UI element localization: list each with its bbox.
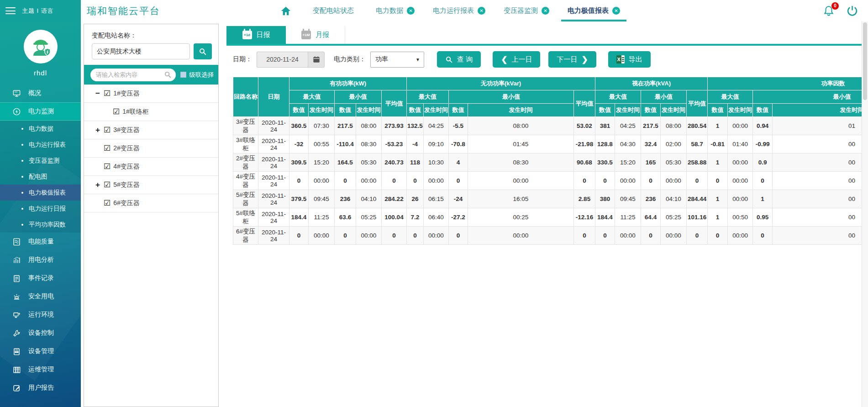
- table-cell: 2#变压器: [233, 153, 258, 172]
- sidebar-item-label: 设备管理: [28, 347, 54, 355]
- collapse-icon[interactable]: −: [95, 89, 104, 98]
- logout-power-icon[interactable]: [847, 5, 858, 16]
- nav-tab-1[interactable]: 电力数据✕: [367, 0, 424, 21]
- header-cell: 回路名称: [233, 77, 258, 117]
- tree-node-1[interactable]: ☑1#联络柜: [84, 103, 218, 121]
- tree-node-label: 6#变压器: [113, 199, 140, 207]
- sidebar-subitem-5[interactable]: 电力运行日报: [0, 201, 81, 217]
- tree-node-3[interactable]: ☑2#变压器: [84, 139, 218, 158]
- search-icon: [164, 71, 172, 79]
- device-tree: −☑1#变压器☑1#联络柜+☑3#变压器☑2#变压器☑4#变压器+☑5#变压器☑…: [84, 85, 218, 212]
- table-cell: 1: [708, 117, 728, 135]
- table-cell: 01:45: [468, 135, 574, 153]
- nav-tab-3[interactable]: 变压器监测✕: [494, 0, 558, 21]
- sidebar-item-1[interactable]: 电力监测: [0, 102, 81, 121]
- sidebar-item-9[interactable]: 运维管理: [0, 360, 81, 379]
- table-cell: 90.68: [574, 153, 595, 172]
- avatar: [24, 30, 58, 63]
- hamburger-menu-icon[interactable]: [5, 7, 16, 14]
- tree-node-0[interactable]: −☑1#变压器: [84, 85, 218, 103]
- close-icon[interactable]: ✕: [478, 7, 485, 15]
- tab-daily-report[interactable]: +1d 日报: [226, 26, 286, 44]
- scrollbar-thumb[interactable]: [863, 22, 867, 100]
- home-icon[interactable]: [281, 6, 291, 16]
- tree-search-input[interactable]: [90, 69, 176, 81]
- sidebar-item-0[interactable]: 概况: [0, 84, 81, 102]
- sidebar-subitem-2[interactable]: 变压器监测: [0, 153, 81, 169]
- page-root: 主题 I 语言 瑞和智能云平台 变配电站状态电力数据✕电力运行报表✕变压器监测✕…: [0, 0, 868, 407]
- sidebar-subitem-3[interactable]: 配电图: [0, 169, 81, 185]
- table-cell: 258.88: [687, 153, 708, 172]
- table-cell: 380: [595, 190, 615, 208]
- checked-checkbox-icon[interactable]: ☑: [104, 198, 110, 208]
- table-row: 3#变压器2020-11-24360.507:30217.508:00273.9…: [233, 117, 862, 135]
- sidebar-item-2[interactable]: 电能质量: [0, 233, 81, 251]
- station-search-button[interactable]: [194, 43, 212, 59]
- tree-node-5[interactable]: +☑5#变压器: [84, 176, 218, 194]
- tree-node-4[interactable]: ☑4#变压器: [84, 158, 218, 176]
- tree-node-6[interactable]: ☑6#变压器: [84, 194, 218, 212]
- sidebar-item-10[interactable]: 用户报告: [0, 379, 81, 397]
- nav-tab-0[interactable]: 变配电站状态: [304, 0, 367, 21]
- table-cell: 00: [773, 172, 862, 190]
- theme-language-link[interactable]: 主题 I 语言: [22, 7, 54, 15]
- nav-tab-2[interactable]: 电力运行报表✕: [424, 0, 494, 21]
- sidebar-subitem-6[interactable]: 平均功率因数: [0, 217, 81, 233]
- table-cell: 05:30: [356, 153, 382, 172]
- table-cell: 00: [773, 227, 862, 245]
- nav-tab-label: 电力极值报表: [568, 6, 609, 15]
- table-cell: 08:00: [661, 117, 687, 135]
- checked-checkbox-icon[interactable]: ☑: [113, 107, 120, 116]
- vertical-scrollbar[interactable]: [862, 21, 868, 407]
- table-cell: -21.98: [574, 135, 595, 153]
- sidebar-item-4[interactable]: 事件记录: [0, 269, 81, 287]
- table-cell: 00:00: [615, 172, 641, 190]
- table-cell: 04:30: [615, 135, 641, 153]
- sidebar-subitem-1[interactable]: 电力运行报表: [0, 137, 81, 153]
- sidebar-item-7[interactable]: 设备控制: [0, 324, 81, 342]
- table-cell: 3#变压器: [233, 117, 258, 135]
- sidebar-item-5[interactable]: 安全用电: [0, 287, 81, 306]
- export-button[interactable]: X 导出: [608, 51, 651, 68]
- table-cell: 64.4: [641, 208, 661, 227]
- power-category-select[interactable]: 功率 ▼: [370, 52, 424, 68]
- previous-day-button[interactable]: ❮ 上一日: [493, 51, 540, 68]
- checked-checkbox-icon[interactable]: ☑: [104, 89, 110, 98]
- extreme-value-table: 回路名称日期有功功率(kW)无功功率(kVar)视在功率(kVA)功率因数最大值…: [233, 77, 862, 245]
- table-cell: 0: [407, 172, 424, 190]
- checked-checkbox-icon[interactable]: ☑: [104, 143, 110, 153]
- sidebar-item-label: 用户报告: [28, 384, 54, 392]
- expand-icon[interactable]: +: [95, 180, 104, 190]
- station-name-input[interactable]: [92, 43, 190, 59]
- next-day-button[interactable]: 下一日 ❯: [548, 51, 596, 68]
- sidebar-item-8[interactable]: 设备管理: [0, 342, 81, 360]
- sidebar-item-6[interactable]: 运行环境: [0, 306, 81, 324]
- close-icon[interactable]: ✕: [612, 7, 620, 15]
- nav-tab-4[interactable]: 电力极值报表✕: [558, 0, 629, 21]
- date-input[interactable]: [257, 52, 308, 68]
- notification-bell-icon[interactable]: 0: [823, 5, 835, 17]
- tab-monthly-report[interactable]: +1M 月报: [286, 26, 345, 44]
- query-button[interactable]: 查 询: [437, 51, 481, 68]
- checked-checkbox-icon[interactable]: ☑: [104, 162, 110, 171]
- table-cell: 04:25: [424, 117, 449, 135]
- close-icon[interactable]: ✕: [407, 7, 415, 15]
- sidebar-subitem-4[interactable]: 电力极值报表: [0, 185, 81, 201]
- nav-tab-label: 变压器监测: [504, 6, 538, 15]
- checked-checkbox-icon[interactable]: ☑: [104, 125, 110, 135]
- bar-chart-icon: [12, 255, 21, 264]
- table-cell: -24: [449, 190, 468, 208]
- table-cell: 6#变压器: [233, 227, 258, 245]
- calendar-button[interactable]: [308, 52, 325, 68]
- close-icon[interactable]: ✕: [542, 7, 549, 15]
- table-cell: 0: [641, 172, 661, 190]
- tree-node-2[interactable]: +☑3#变压器: [84, 121, 218, 139]
- cascade-checkbox[interactable]: [180, 72, 186, 78]
- table-cell: 2020-11-24: [258, 117, 289, 135]
- expand-icon[interactable]: +: [95, 126, 104, 135]
- user-profile: rhdl: [0, 21, 81, 77]
- sidebar-item-3[interactable]: 用电分析: [0, 251, 81, 269]
- header-cell: 最大值: [595, 90, 641, 104]
- checked-checkbox-icon[interactable]: ☑: [104, 180, 110, 190]
- sidebar-subitem-0[interactable]: 电力数据: [0, 121, 81, 137]
